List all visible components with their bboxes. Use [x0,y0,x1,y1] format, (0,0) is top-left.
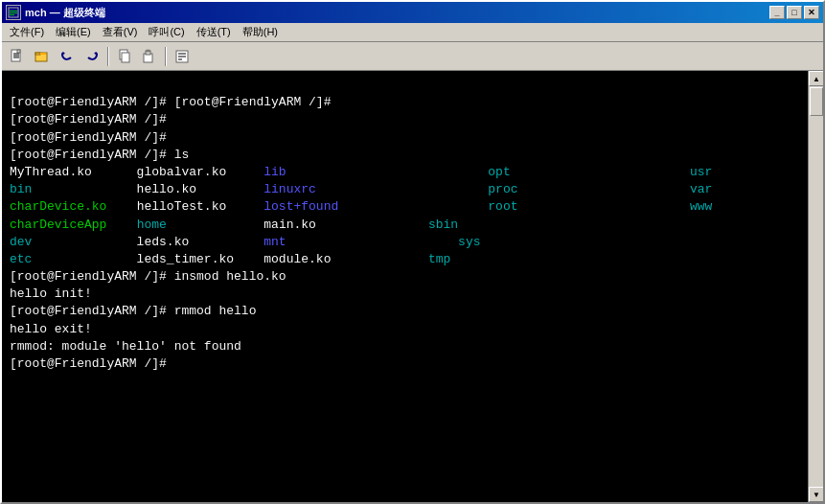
minimize-button[interactable]: _ [769,6,785,19]
menu-help[interactable]: 帮助(H) [237,23,284,41]
svg-rect-15 [122,53,129,62]
titlebar-left: mch — 超级终端 [6,5,105,20]
toolbar-open[interactable] [31,46,54,67]
scrollbar-up[interactable]: ▲ [809,71,823,86]
scrollbar-down[interactable]: ▼ [809,487,823,502]
menu-call[interactable]: 呼叫(C) [143,23,190,41]
toolbar-undo[interactable] [56,46,79,67]
toolbar-props[interactable] [171,46,194,67]
toolbar-paste[interactable] [138,46,161,67]
toolbar-copy[interactable] [113,46,136,67]
svg-rect-18 [147,50,149,52]
menubar: 文件(F) 编辑(E) 查看(V) 呼叫(C) 传送(T) 帮助(H) [2,23,823,42]
window-icon [6,5,21,20]
terminal[interactable]: [root@FriendlyARM /]# [root@FriendlyARM … [2,71,808,502]
toolbar [2,42,823,71]
svg-rect-5 [17,50,20,53]
svg-rect-2 [10,12,17,13]
menu-transfer[interactable]: 传送(T) [191,23,237,41]
svg-rect-11 [40,53,46,55]
menu-edit[interactable]: 编辑(E) [50,23,97,41]
toolbar-sep1 [107,47,109,66]
close-button[interactable]: ✕ [804,6,819,19]
menu-file[interactable]: 文件(F) [4,23,50,41]
toolbar-new[interactable] [6,46,29,67]
svg-rect-3 [10,14,14,15]
toolbar-redo[interactable] [80,46,103,67]
titlebar-buttons: _ □ ✕ [769,6,819,19]
terminal-container: [root@FriendlyARM /]# [root@FriendlyARM … [2,71,823,502]
svg-rect-1 [10,11,17,11]
window-title: mch — 超级终端 [25,6,105,20]
svg-rect-10 [35,53,40,55]
main-window: mch — 超级终端 _ □ ✕ 文件(F) 编辑(E) 查看(V) 呼叫(C)… [0,0,825,504]
maximize-button[interactable]: □ [787,6,802,19]
scrollbar-thumb[interactable] [810,87,823,116]
scrollbar-track[interactable] [809,86,823,487]
menu-view[interactable]: 查看(V) [97,23,144,41]
scrollbar[interactable]: ▲ ▼ [808,71,823,502]
titlebar: mch — 超级终端 _ □ ✕ [2,2,823,23]
toolbar-sep2 [165,47,167,66]
